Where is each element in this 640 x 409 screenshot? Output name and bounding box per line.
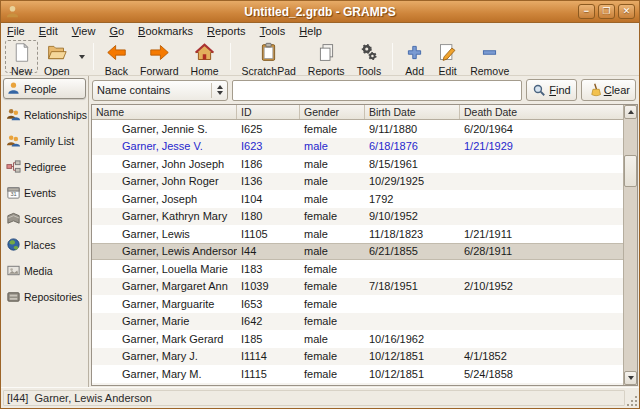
table-row[interactable]: Garner, MaudeI651female xyxy=(92,383,623,386)
sidebar-item-pedigree[interactable]: Pedigree xyxy=(3,156,86,177)
magnifier-icon xyxy=(532,83,546,97)
cell-name: Garner, John Joseph xyxy=(92,158,237,170)
resize-grip[interactable] xyxy=(626,395,637,406)
vertical-scrollbar[interactable] xyxy=(623,105,637,385)
forward-button[interactable]: Forward xyxy=(134,40,185,73)
cell-name: Garner, John Roger xyxy=(92,175,237,187)
column-header-death-date[interactable]: Death Date xyxy=(460,105,623,119)
titlebar[interactable]: Untitled_2.grdb - GRAMPS − ❐ ✕ xyxy=(1,1,639,23)
clear-button[interactable]: Clear xyxy=(581,79,636,101)
filter-search-input[interactable] xyxy=(232,80,522,101)
cell-birth: 9/10/1952 xyxy=(365,210,460,222)
cell-gender: male xyxy=(300,245,365,257)
menu-bookmarks[interactable]: Bookmarks xyxy=(138,25,193,37)
sidebar-item-people[interactable]: People xyxy=(3,78,86,99)
cell-name: Garner, Lewis Anderson xyxy=(92,245,237,257)
menu-help[interactable]: Help xyxy=(299,25,322,37)
sidebar-item-media[interactable]: Media xyxy=(3,260,86,281)
cell-death: 1/21/1911 xyxy=(460,228,623,240)
cell-birth: 7/18/1951 xyxy=(365,280,460,292)
find-button[interactable]: Find xyxy=(526,79,576,101)
table-row[interactable]: Garner, Lewis AndersonI44male6/21/18556/… xyxy=(92,243,623,261)
table-row[interactable]: Garner, Louella MarieI183female xyxy=(92,260,623,278)
table-row[interactable]: Garner, MarguariteI653female xyxy=(92,295,623,313)
window-title: Untitled_2.grdb - GRAMPS xyxy=(1,5,639,19)
combo-stepper-icon xyxy=(211,83,223,98)
menu-reports[interactable]: Reports xyxy=(207,25,246,37)
home-button[interactable]: Home xyxy=(185,40,225,73)
menu-file[interactable]: File xyxy=(7,25,25,37)
scratchpad-button[interactable]: ScratchPad xyxy=(236,40,302,73)
cell-id: I653 xyxy=(237,298,300,310)
toolbar-separator xyxy=(392,43,393,70)
cell-id: I44 xyxy=(237,245,300,257)
back-arrow-icon xyxy=(106,42,127,65)
open-button[interactable]: Open xyxy=(38,40,76,73)
reports-button[interactable]: Reports xyxy=(302,40,351,73)
menu-view[interactable]: View xyxy=(72,25,96,37)
sidebar-item-events[interactable]: 31 Events xyxy=(3,182,86,203)
scrollbar-thumb[interactable] xyxy=(624,155,637,187)
minimize-button[interactable]: − xyxy=(578,4,595,19)
column-header-birth-date[interactable]: Birth Date xyxy=(365,105,460,119)
cell-gender: female xyxy=(300,123,365,135)
table-row[interactable]: Garner, MarieI642female xyxy=(92,313,623,331)
column-header-gender[interactable]: Gender xyxy=(300,105,365,119)
cell-gender: female xyxy=(300,350,365,362)
cell-id: I183 xyxy=(237,263,300,275)
cell-birth: 10/12/1851 xyxy=(365,350,460,362)
cell-name: Garner, Jesse V. xyxy=(92,140,237,152)
remove-button[interactable]: Remove xyxy=(464,40,515,73)
column-header-name[interactable]: Name xyxy=(92,105,237,119)
cell-death: 6/20/1964 xyxy=(460,123,623,135)
table-row[interactable]: Garner, John JosephI186male8/15/1961 xyxy=(92,155,623,173)
sidebar: People Relationships Family List Pedigre… xyxy=(1,76,89,387)
sidebar-item-repositories[interactable]: Repositories xyxy=(3,286,86,307)
cell-name: Garner, Jennie S. xyxy=(92,123,237,135)
table-row[interactable]: Garner, Mary J.I1114female10/12/18514/1/… xyxy=(92,348,623,366)
sidebar-item-relationships[interactable]: Relationships xyxy=(3,104,86,125)
cell-id: I625 xyxy=(237,123,300,135)
window-icon xyxy=(5,4,20,19)
cell-gender: female xyxy=(300,263,365,275)
open-dropdown-arrow[interactable] xyxy=(76,40,88,73)
back-button[interactable]: Back xyxy=(99,40,134,73)
menu-go[interactable]: Go xyxy=(109,25,124,37)
scroll-down-button[interactable] xyxy=(624,371,637,385)
new-button[interactable]: New xyxy=(5,40,38,73)
table-row[interactable]: Garner, Kathryn MaryI180female9/10/1952 xyxy=(92,208,623,226)
sidebar-item-family-list[interactable]: Family List xyxy=(3,130,86,151)
table-row[interactable]: Garner, JosephI104male1792 xyxy=(92,190,623,208)
table-row[interactable]: Garner, Mary M.I1115female10/12/18515/24… xyxy=(92,365,623,383)
maximize-button[interactable]: ❐ xyxy=(598,4,615,19)
column-header-id[interactable]: ID xyxy=(237,105,300,119)
sidebar-item-sources[interactable]: Sources xyxy=(3,208,86,229)
places-globe-icon xyxy=(6,237,21,252)
table-row[interactable]: Garner, Margaret AnnI1039female7/18/1951… xyxy=(92,278,623,296)
status-text: [I44] Garner, Lewis Anderson xyxy=(1,392,152,404)
cell-birth: 11/18/1823 xyxy=(365,228,460,240)
menu-edit[interactable]: Edit xyxy=(39,25,58,37)
menu-tools[interactable]: Tools xyxy=(260,25,286,37)
sidebar-item-places[interactable]: Places xyxy=(3,234,86,255)
tools-button[interactable]: Tools xyxy=(351,40,388,73)
add-button[interactable]: Add xyxy=(398,40,431,73)
table-body: Garner, Jennie S.I625female9/11/18806/20… xyxy=(92,120,623,385)
close-button[interactable]: ✕ xyxy=(618,4,635,19)
table-row[interactable]: Garner, Jesse V.I623male6/18/18761/21/19… xyxy=(92,138,623,156)
edit-button[interactable]: Edit xyxy=(431,40,464,73)
events-calendar-icon: 31 xyxy=(6,185,21,200)
table-row[interactable]: Garner, Jennie S.I625female9/11/18806/20… xyxy=(92,120,623,138)
home-icon xyxy=(194,42,215,65)
table-row[interactable]: Garner, John RogerI136male10/29/1925 xyxy=(92,173,623,191)
cell-gender: male xyxy=(300,193,365,205)
filter-field-select[interactable]: Name contains xyxy=(92,80,228,101)
table-row[interactable]: Garner, Mark GerardI185male10/16/1962 xyxy=(92,330,623,348)
scrollbar-track[interactable] xyxy=(624,119,637,371)
statusbar: [I44] Garner, Lewis Anderson xyxy=(1,387,639,408)
cell-id: I136 xyxy=(237,175,300,187)
sources-book-icon xyxy=(6,211,21,226)
scroll-up-button[interactable] xyxy=(624,105,637,119)
table-row[interactable]: Garner, LewisI1105male11/18/18231/21/191… xyxy=(92,225,623,243)
cell-death: 2/10/1952 xyxy=(460,280,623,292)
